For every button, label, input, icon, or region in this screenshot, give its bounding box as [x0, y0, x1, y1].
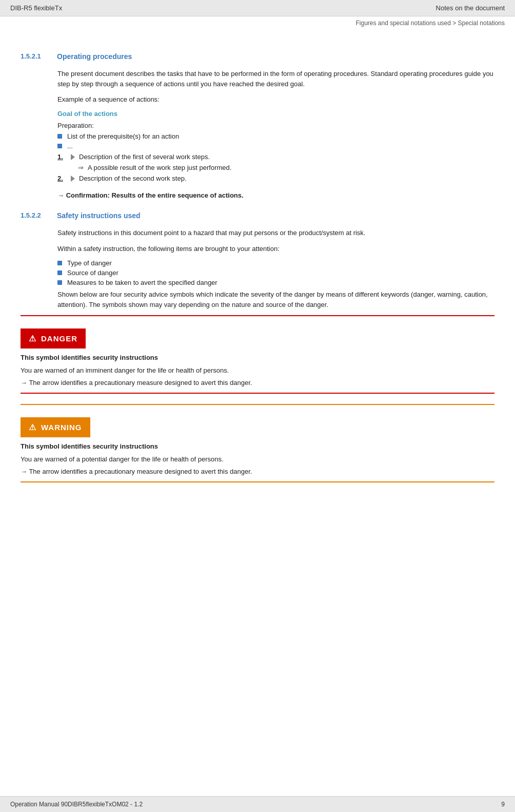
danger-badge: ⚠ DANGER: [21, 328, 86, 349]
section-1522-heading: 1.5.2.2 Safety instructions used: [21, 211, 494, 220]
section-1522-number: 1.5.2.2: [21, 211, 49, 220]
goal-heading: Goal of the actions: [57, 110, 494, 118]
confirmation-text: Confirmation: Results of the entire sequ…: [57, 191, 494, 199]
page-footer: Operation Manual 90DIBR5flexibleTxOM02 -…: [0, 796, 515, 812]
result-arrow-icon: ⇒: [78, 164, 84, 171]
bullet-icon: [57, 144, 62, 148]
bullet-icon: [57, 270, 62, 275]
section-1522-title: Safety instructions used: [57, 211, 141, 220]
step-1-result: ⇒ A possible result of the work step jus…: [78, 164, 494, 171]
bullet-icon: [57, 261, 62, 265]
step-number: 1.: [57, 153, 67, 161]
warning-label: WARNING: [41, 423, 82, 432]
danger-result-text: The arrow identifies a precautionary mea…: [21, 379, 494, 386]
bullet-text: ...: [67, 142, 73, 150]
list-item: List of the prerequisite(s) for an actio…: [57, 132, 494, 140]
danger-body-text: You are warned of an imminent danger for…: [21, 365, 494, 376]
bullet-text: List of the prerequisite(s) for an actio…: [67, 132, 179, 140]
list-item: Source of danger: [57, 269, 494, 277]
breadcrumb: Figures and special notations used > Spe…: [0, 16, 515, 30]
section-1522-para1: Safety instructions in this document poi…: [57, 228, 494, 238]
step-arrow-icon: [71, 154, 75, 160]
section-1521-para2: Example of a sequence of actions:: [57, 94, 494, 105]
warning-body-text: You are warned of a potential danger for…: [21, 454, 494, 465]
bullet-text: Source of danger: [67, 269, 118, 277]
section-1522-para2: Within a safety instruction, the followi…: [57, 244, 494, 254]
step-1: 1. Description of the first of several w…: [57, 153, 494, 161]
bullet-icon: [57, 280, 62, 285]
warning-bold-text: This symbol identifies security instruct…: [21, 441, 494, 452]
danger-bold-text: This symbol identifies security instruct…: [21, 353, 494, 363]
warning-safety-block: ⚠ WARNING This symbol identifies securit…: [21, 404, 494, 482]
section-1521-title: Operating procedures: [57, 52, 132, 61]
danger-triangle-icon: ⚠: [29, 334, 36, 343]
safety-bullet-list: Type of danger Source of danger Measures…: [57, 259, 494, 286]
list-item: Type of danger: [57, 259, 494, 267]
preparation-list: List of the prerequisite(s) for an actio…: [57, 132, 494, 150]
bullet-text: Type of danger: [67, 259, 112, 267]
step-arrow-icon: [71, 176, 75, 182]
danger-safety-block: ⚠ DANGER This symbol identifies security…: [21, 315, 494, 394]
warning-triangle-icon: ⚠: [29, 422, 36, 432]
list-item: Measures to be taken to avert the specif…: [57, 279, 494, 286]
warning-result-text: The arrow identifies a precautionary mea…: [21, 468, 494, 475]
step-number: 2.: [57, 175, 67, 182]
section-1521-number: 1.5.2.1: [21, 52, 49, 61]
section-1522-para3: Shown below are four security advice sym…: [57, 289, 494, 310]
preparation-label: Preparation:: [57, 122, 494, 129]
step-2: 2. Description of the second work step.: [57, 175, 494, 182]
step-text: Description of the first of several work…: [79, 153, 210, 161]
header-section-name: Notes on the document: [436, 4, 505, 12]
bullet-icon: [57, 134, 62, 139]
header-product-name: DIB-R5 flexibleTx: [10, 4, 62, 12]
bullet-text: Measures to be taken to avert the specif…: [67, 279, 217, 286]
result-text: A possible result of the work step just …: [88, 164, 231, 171]
section-1521-para1: The present document describes the tasks…: [57, 69, 494, 89]
footer-page-number: 9: [501, 801, 505, 808]
list-item: ...: [57, 142, 494, 150]
page-header: DIB-R5 flexibleTx Notes on the document: [0, 0, 515, 16]
danger-label: DANGER: [41, 334, 77, 343]
warning-badge: ⚠ WARNING: [21, 417, 90, 437]
main-content: 1.5.2.1 Operating procedures The present…: [0, 30, 515, 534]
step-text: Description of the second work step.: [79, 175, 187, 182]
footer-manual-name: Operation Manual 90DIBR5flexibleTxOM02 -…: [10, 801, 143, 808]
step-list: 1. Description of the first of several w…: [57, 153, 494, 182]
section-1521-heading: 1.5.2.1 Operating procedures: [21, 52, 494, 61]
